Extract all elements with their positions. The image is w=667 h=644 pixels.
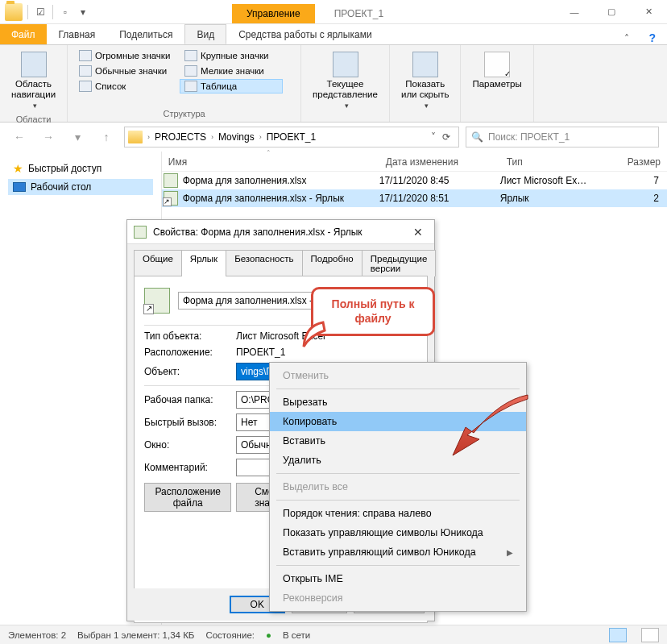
layout-small-icons[interactable]: Мелкие значки [180, 64, 283, 78]
dialog-title: Свойства: Форма для заполнения.xlsx - Яр… [153, 226, 362, 238]
status-selected: Выбран 1 элемент: 1,34 КБ [77, 630, 194, 640]
menu-item-copy[interactable]: Копировать [270, 412, 526, 431]
up-button[interactable]: ↑ [95, 126, 118, 148]
maximize-button[interactable]: ▢ [593, 0, 630, 24]
dialog-tab-shortcut[interactable]: Ярлык [181, 250, 226, 276]
dialog-tab-details[interactable]: Подробно [302, 250, 362, 276]
current-view-icon [333, 52, 358, 77]
menu-item-insert-unicode[interactable]: Вставить управляющий символ Юникода▶ [270, 542, 526, 562]
tab-share[interactable]: Поделиться [107, 24, 184, 44]
current-view-button[interactable]: Текущее представление [308, 48, 383, 113]
breadcrumb-folder-icon [128, 131, 143, 143]
history-dropdown[interactable]: ▾ [66, 126, 89, 148]
context-menu: Отменить Вырезать Копировать Вставить Уд… [269, 362, 527, 612]
address-bar: ← → ▾ ↑ › PROJECTS› Movings› ПРОЕКТ_1 ˅⟳… [0, 123, 667, 152]
ribbon-group-currentview: Текущее представление [301, 45, 390, 122]
layout-table[interactable]: Таблица [180, 79, 283, 93]
ribbon-group-options: ✓ Параметры [461, 45, 533, 122]
breadcrumb-dropdown-icon[interactable]: ˅ [431, 131, 436, 143]
view-icons-button[interactable] [641, 628, 659, 642]
forward-button[interactable]: → [37, 126, 60, 148]
menu-item-delete[interactable]: Удалить [270, 451, 526, 470]
col-type[interactable]: Тип [500, 156, 621, 168]
search-placeholder: Поиск: ПРОЕКТ_1 [488, 131, 570, 143]
layout-large-icons[interactable]: Крупные значки [180, 48, 283, 63]
menu-item-rtl[interactable]: Порядок чтения: справа налево [270, 504, 526, 523]
menu-item-select-all: Выделить все [270, 477, 526, 497]
ribbon-group-panes: Область навигации Области [0, 45, 68, 122]
sidebar-item-quick-access[interactable]: ★ Быстрый доступ [8, 160, 153, 177]
status-net: В сети [283, 630, 310, 640]
callout-tail-icon [300, 319, 333, 351]
qat-dropdown-icon[interactable]: ▾ [76, 5, 90, 19]
file-tab[interactable]: Файл [0, 24, 47, 44]
dialog-titlebar: Свойства: Форма для заполнения.xlsx - Яр… [127, 220, 434, 244]
breadcrumb-seg[interactable]: ПРОЕКТ_1 [263, 131, 319, 143]
menu-item-cut[interactable]: Вырезать [270, 393, 526, 412]
dialog-tab-prevversions[interactable]: Предыдущие версии [362, 250, 437, 276]
window-controls: — ▢ ✕ [556, 0, 667, 24]
menu-item-open-ime[interactable]: Открыть IME [270, 569, 526, 588]
excel-file-icon [164, 173, 178, 188]
menu-item-reconvert: Реконверсия [270, 588, 526, 608]
status-bar: Элементов: 2 Выбран 1 элемент: 1,34 КБ С… [0, 625, 667, 644]
breadcrumb[interactable]: › PROJECTS› Movings› ПРОЕКТ_1 ˅⟳ [124, 127, 459, 147]
menu-item-show-unicode[interactable]: Показать управляющие символы Юникода [270, 523, 526, 542]
options-button[interactable]: ✓ Параметры [467, 48, 526, 93]
dialog-tab-security[interactable]: Безопасность [226, 250, 302, 276]
titlebar: ☑ ▫ ▾ Управление ПРОЕКТ_1 — ▢ ✕ [0, 0, 667, 24]
search-box[interactable]: 🔍 Поиск: ПРОЕКТ_1 [466, 127, 659, 147]
dialog-close-button[interactable]: ✕ [408, 226, 428, 239]
layout-list[interactable]: Список [74, 79, 177, 93]
online-icon: ● [266, 630, 271, 640]
search-icon: 🔍 [471, 131, 483, 143]
tab-home[interactable]: Главная [47, 24, 108, 44]
ribbon-tabs: Файл Главная Поделиться Вид Средства раб… [0, 24, 667, 45]
quick-access-toolbar: ☑ ▫ ▾ [0, 3, 95, 21]
close-button[interactable]: ✕ [630, 0, 667, 24]
show-hide-button[interactable]: Показать или скрыть [396, 48, 454, 113]
dialog-tabs: Общие Ярлык Безопасность Подробно Предыд… [127, 244, 434, 276]
tab-view[interactable]: Вид [184, 24, 226, 44]
breadcrumb-seg[interactable]: Movings [215, 131, 258, 143]
back-button[interactable]: ← [8, 126, 31, 148]
sidebar-item-desktop[interactable]: Рабочий стол [8, 179, 153, 195]
tab-shortcut-tools[interactable]: Средства работы с ярлыками [226, 24, 383, 44]
context-tab-manage[interactable]: Управление [232, 4, 315, 23]
show-hide-icon [412, 52, 438, 77]
window-title: ПРОЕКТ_1 [315, 4, 403, 23]
status-state-label: Состояние: [205, 630, 255, 640]
file-row[interactable]: Форма для заполнения.xlsx - Ярлык 17/11/… [162, 189, 667, 207]
open-file-location-button[interactable]: Расположение файла [144, 483, 231, 512]
navigation-pane-button[interactable]: Область навигации [6, 48, 60, 113]
col-name[interactable]: Имя [162, 156, 379, 168]
options-icon: ✓ [484, 52, 510, 77]
layout-normal-icons[interactable]: Обычные значки [74, 64, 177, 78]
file-row[interactable]: Форма для заполнения.xlsx 17/11/2020 8:4… [162, 172, 667, 189]
qat-properties-icon[interactable]: ☑ [33, 5, 48, 19]
dialog-tab-general[interactable]: Общие [134, 250, 182, 276]
layout-huge-icons[interactable]: Огромные значки [74, 48, 177, 63]
help-icon[interactable]: ? [637, 31, 667, 44]
sort-indicator-icon: ˄ [267, 149, 271, 157]
ribbon-group-layout: Огромные значки Крупные значки Обычные з… [68, 45, 301, 122]
status-elements: Элементов: 2 [8, 630, 66, 640]
menu-item-undo: Отменить [270, 366, 526, 385]
breadcrumb-seg[interactable]: PROJECTS [151, 131, 209, 143]
minimize-button[interactable]: — [556, 0, 593, 24]
navigation-pane-icon [21, 52, 47, 77]
ribbon-collapse-icon[interactable]: ˄ [616, 33, 637, 44]
desktop-icon [13, 182, 26, 192]
star-icon: ★ [13, 162, 23, 175]
column-headers: Имя Дата изменения Тип Размер [162, 152, 667, 172]
annotation-callout: Полный путь к файлу [311, 287, 435, 336]
qat-new-folder-icon[interactable]: ▫ [58, 5, 72, 19]
submenu-arrow-icon: ▶ [507, 548, 513, 557]
ribbon-group-showhide: Показать или скрыть [390, 45, 461, 122]
col-date[interactable]: Дата изменения [379, 156, 500, 168]
col-size[interactable]: Размер [621, 156, 667, 168]
refresh-icon[interactable]: ⟳ [442, 131, 450, 143]
menu-item-paste[interactable]: Вставить [270, 431, 526, 451]
view-details-button[interactable] [609, 628, 627, 642]
dialog-title-icon [134, 226, 147, 239]
